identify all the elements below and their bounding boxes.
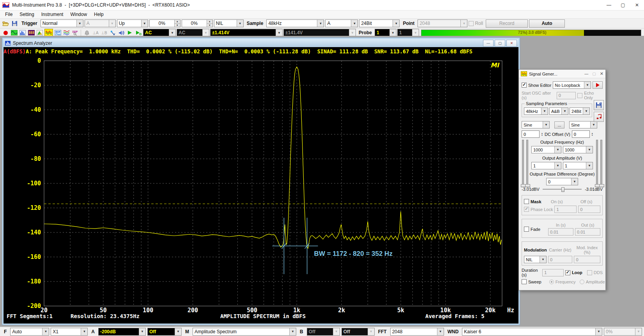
siggen-minimize-button[interactable]: — xyxy=(584,72,588,76)
app-minimize-button[interactable]: — xyxy=(602,0,616,10)
loopback-select[interactable]: No Loopback▼ xyxy=(553,81,591,89)
modulation-label: Modulation xyxy=(524,248,547,252)
modulation-type-select[interactable]: NIL▼ xyxy=(524,256,547,263)
chevron-down-icon: ▼ xyxy=(333,328,340,335)
spectrum-chart[interactable]: 0-20-40-60-80-100-120-140-160-180-200205… xyxy=(4,55,518,322)
show-editor-checkbox[interactable] xyxy=(522,83,527,88)
menu-file[interactable]: File xyxy=(2,12,16,17)
trigger-delay-stepper[interactable]: 0% ▲▼ xyxy=(182,19,213,27)
amp-a-select[interactable]: 1▼ xyxy=(531,162,561,169)
dc-offset-b-input[interactable]: 0 xyxy=(572,130,590,138)
sampling-parameters-group: Sampling Parameters 48kHz▼ A&B▼ 24Bit▼ xyxy=(522,104,592,117)
wave-b-select[interactable]: Sine▼ xyxy=(569,121,597,128)
siggen-close-button[interactable]: ✕ xyxy=(600,71,603,76)
record-icon[interactable] xyxy=(2,29,9,36)
freq-b-select[interactable]: 1000▼ xyxy=(563,146,593,153)
spectrum-titlebar[interactable]: Spectrum Analyzer — ▢ ✕ xyxy=(4,39,518,47)
trigger-level-stepper[interactable]: 0% ▲▼ xyxy=(149,19,180,27)
chevron-down-icon: ▼ xyxy=(169,29,175,36)
signal-generator-icon[interactable] xyxy=(44,29,53,37)
amp-slider-b[interactable] xyxy=(600,140,602,186)
siggen-channels-select[interactable]: A&B▼ xyxy=(549,107,568,115)
spin-down-icon[interactable]: ▼ xyxy=(175,24,180,27)
siggen-titlebar[interactable]: Signal Gener... — ▢ ✕ xyxy=(519,70,605,78)
spectrum-analyzer-icon[interactable] xyxy=(19,29,27,36)
chevron-down-icon: ▼ xyxy=(583,108,589,114)
siggen-start-button[interactable] xyxy=(593,81,603,89)
dc-a-stepper[interactable]: ▲▼ xyxy=(541,132,543,136)
display-mode-select[interactable]: Amplitude Spectrum▼ xyxy=(193,328,296,336)
m-mode-label: M xyxy=(183,329,191,334)
sound-output-icon[interactable] xyxy=(117,29,125,36)
trigger-mode-select[interactable]: Normal▼ xyxy=(41,19,83,27)
dc-b-stepper[interactable]: ▲▼ xyxy=(591,132,593,136)
spin-up-icon[interactable]: ▲ xyxy=(175,20,180,24)
fft-size-select[interactable]: 2048▼ xyxy=(390,328,444,336)
amp-slider-a[interactable] xyxy=(596,140,598,186)
spin-up-icon[interactable]: ▲ xyxy=(207,20,212,24)
dut-icon[interactable]: DUT xyxy=(54,29,62,36)
fade-checkbox[interactable] xyxy=(524,227,529,232)
spectrum-trace xyxy=(44,67,502,248)
multimeter-icon[interactable]: 888 xyxy=(27,29,35,36)
dbv-left-label: -3.01dBV xyxy=(522,187,540,192)
menu-instrument[interactable]: Instrument xyxy=(38,12,67,17)
run-loop-icon[interactable] xyxy=(134,29,142,36)
app-close-button[interactable]: ✕ xyxy=(630,0,644,10)
siggen-bits-select[interactable]: 24Bit▼ xyxy=(570,107,590,115)
open-file-icon[interactable] xyxy=(2,20,9,27)
save-icon[interactable] xyxy=(11,20,18,27)
a-shift-select[interactable]: Off▼ xyxy=(147,328,182,336)
spectrum-3d-icon[interactable] xyxy=(36,29,44,36)
siggen-rate-select[interactable]: 48kHz▼ xyxy=(524,107,548,115)
signal-generator-window: Signal Gener... — ▢ ✕ Show Editor No Loo… xyxy=(518,69,606,290)
sample-channel-select[interactable]: A▼ xyxy=(325,19,358,27)
trigger-edge-select[interactable]: Up▼ xyxy=(117,19,148,27)
freq-slider-a[interactable] xyxy=(522,140,524,186)
wave-editor-button[interactable]: ... xyxy=(554,121,564,128)
bit-depth-select[interactable]: 24Bit▼ xyxy=(359,19,400,27)
window-function-select[interactable]: Kaiser 6▼ xyxy=(462,328,602,336)
dc-offset-a-input[interactable]: 0 xyxy=(522,130,540,138)
spectrum-minimize-button[interactable]: — xyxy=(483,40,494,47)
phase-lock-checkbox xyxy=(524,207,529,212)
menu-help[interactable]: Help xyxy=(90,12,107,17)
loop-checkbox[interactable] xyxy=(565,270,570,275)
zoom-select[interactable]: X1▼ xyxy=(51,328,88,336)
spectrum-plot[interactable]: 0-20-40-60-80-100-120-140-160-180-200205… xyxy=(4,55,518,322)
hpf-select[interactable]: NIL▼ xyxy=(214,19,244,27)
coupling-a-select[interactable]: AC▼ xyxy=(143,29,176,37)
a-range-select[interactable]: -200dB▼ xyxy=(98,328,146,336)
menu-window[interactable]: Window xyxy=(67,12,90,17)
freq-a-select[interactable]: 1000▼ xyxy=(531,146,561,153)
trigger-source-select: A▼ xyxy=(85,19,116,27)
mask-checkbox[interactable] xyxy=(524,199,529,204)
auto-button[interactable]: Auto xyxy=(529,19,565,28)
run-icon[interactable] xyxy=(126,29,134,36)
probe-calibration-icon[interactable] xyxy=(109,29,117,36)
spin-down-icon[interactable]: ▼ xyxy=(207,24,212,27)
balance-slider-handle[interactable] xyxy=(561,187,564,192)
ddp-viewer-icon[interactable]: DDP xyxy=(71,29,79,36)
spectrum-maximize-button[interactable]: ▢ xyxy=(495,40,505,47)
siggen-maximize-button[interactable]: ▢ xyxy=(592,72,596,76)
oscilloscope-icon[interactable] xyxy=(10,29,18,36)
multi-waves-icon[interactable] xyxy=(62,29,70,36)
freq-slider-b[interactable] xyxy=(526,140,528,186)
menu-setting[interactable]: Setting xyxy=(16,12,37,17)
amp-b-select[interactable]: 1▼ xyxy=(563,162,593,169)
balance-slider[interactable] xyxy=(543,189,582,190)
siggen-music-button[interactable] xyxy=(594,112,604,122)
phase-select[interactable]: 0▼ xyxy=(546,178,578,185)
probe-a-select[interactable]: 1▼ xyxy=(375,29,396,37)
wave-a-select[interactable]: Sine▼ xyxy=(522,121,550,128)
siggen-save-button[interactable] xyxy=(594,100,604,110)
range-a-select[interactable]: ±1.414V▼ xyxy=(210,29,283,37)
app-maximize-button[interactable]: ▢ xyxy=(616,0,630,10)
fade-in-input: 0.01 xyxy=(548,228,573,236)
freq-axis-select[interactable]: Auto▼ xyxy=(10,328,49,336)
sample-rate-select[interactable]: 48kHz▼ xyxy=(266,19,324,27)
svg-text:DDP: DDP xyxy=(72,30,78,33)
sweep-checkbox[interactable] xyxy=(522,279,527,284)
spectrum-close-button[interactable]: ✕ xyxy=(506,40,517,47)
